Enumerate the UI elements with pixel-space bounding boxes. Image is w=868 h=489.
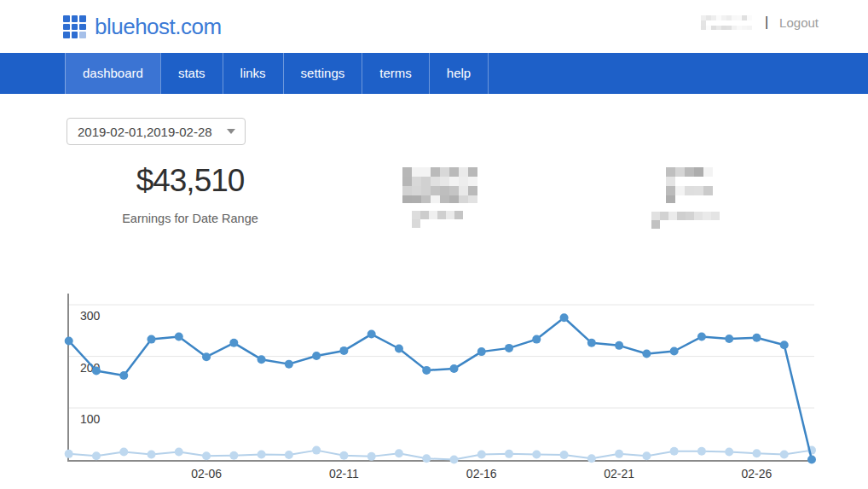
bluehost-logo[interactable]: bluehost.com — [63, 14, 222, 40]
main-nav: dashboardstatslinkssettingstermshelp — [0, 53, 868, 94]
tab-dashboard[interactable]: dashboard — [65, 53, 160, 94]
dark-blue-series-point-02-20 — [587, 339, 596, 347]
light-blue-series-point-02-10 — [312, 446, 321, 455]
light-blue-series-point-02-26 — [752, 449, 761, 457]
light-blue-series-point-02-16 — [477, 450, 486, 458]
light-blue-series-point-02-02 — [92, 451, 101, 460]
dark-blue-series-point-02-04 — [148, 335, 156, 344]
light-blue-series-point-02-07 — [229, 451, 238, 460]
tab-stats[interactable]: stats — [160, 53, 223, 94]
light-blue-series-point-02-01 — [65, 450, 73, 458]
header-separator: | — [765, 15, 768, 30]
tab-settings[interactable]: settings — [283, 53, 362, 94]
dark-blue-series-point-02-15 — [449, 364, 458, 373]
dark-blue-series-point-02-05 — [175, 333, 183, 341]
y-tick-label-300: 300 — [80, 309, 101, 323]
earnings-line-chart: 10020030002-0602-1102-1602-2102-26 — [0, 282, 868, 489]
earnings-value: $43,510 — [84, 163, 297, 199]
dark-blue-series-point-02-16 — [477, 347, 486, 356]
dark-blue-series-point-02-01 — [65, 336, 73, 345]
light-blue-series-point-02-13 — [395, 449, 403, 457]
bluehost-grid-icon — [63, 15, 86, 38]
light-blue-series-point-02-24 — [697, 447, 706, 456]
dark-blue-series-point-02-12 — [367, 330, 376, 339]
dark-blue-series-point-02-02 — [92, 366, 101, 375]
tab-terms[interactable]: terms — [362, 53, 429, 94]
stat2-value-redacted — [402, 167, 477, 203]
light-blue-series-point-02-04 — [148, 450, 156, 458]
dark-blue-series-point-02-22 — [642, 350, 651, 358]
light-blue-series-point-02-08 — [258, 450, 266, 458]
light-blue-series-point-02-15 — [449, 456, 458, 464]
light-blue-series-point-02-18 — [532, 450, 541, 458]
earnings-stat: $43,510 Earnings for Date Range — [84, 163, 297, 225]
dark-blue-series-point-02-28 — [807, 456, 816, 464]
x-tick-label-02-21: 02-21 — [604, 467, 634, 480]
dark-blue-series-point-02-08 — [258, 355, 266, 364]
nav-tabs: dashboardstatslinkssettingstermshelp — [65, 53, 868, 94]
dark-blue-series-point-02-26 — [752, 334, 761, 342]
date-range-value: 2019-02-01,2019-02-28 — [78, 125, 212, 139]
header-right: | Logout — [701, 15, 819, 30]
username-redacted — [701, 15, 754, 30]
chevron-down-icon — [227, 129, 235, 134]
light-blue-series-point-02-19 — [560, 451, 569, 459]
dark-blue-series-point-02-09 — [285, 360, 293, 369]
earnings-label: Earnings for Date Range — [84, 212, 297, 225]
dark-blue-series-point-02-21 — [615, 341, 623, 350]
light-blue-series-point-02-12 — [367, 452, 376, 461]
dark-blue-series-point-02-24 — [697, 333, 706, 341]
tab-help[interactable]: help — [429, 53, 489, 94]
dark-blue-series-point-02-19 — [560, 313, 569, 322]
light-blue-series-point-02-03 — [119, 447, 128, 456]
stat3-label-redacted — [651, 212, 723, 229]
x-tick-label-02-26: 02-26 — [742, 467, 773, 480]
light-blue-series-point-02-21 — [615, 450, 623, 458]
logo-text: bluehost.com — [95, 14, 222, 40]
x-tick-label-02-06: 02-06 — [191, 467, 222, 480]
light-blue-series-point-02-17 — [505, 450, 513, 458]
dark-blue-series-point-02-17 — [505, 344, 513, 352]
light-blue-series-point-02-23 — [670, 447, 679, 456]
dark-blue-series-point-02-06 — [202, 352, 211, 361]
light-blue-series-point-02-14 — [422, 454, 431, 463]
tab-links[interactable]: links — [223, 53, 283, 94]
light-blue-series-point-02-22 — [642, 451, 651, 460]
dark-blue-series-point-02-18 — [532, 335, 541, 344]
dark-blue-series-point-02-14 — [422, 366, 431, 375]
light-blue-series-point-02-25 — [725, 447, 733, 456]
dark-blue-series-point-02-11 — [339, 346, 348, 355]
light-blue-series-point-02-27 — [780, 450, 789, 458]
dark-blue-series-point-02-07 — [229, 339, 238, 347]
light-blue-series-point-02-09 — [285, 451, 293, 459]
dark-blue-series-point-02-13 — [395, 344, 403, 352]
light-blue-series-point-02-20 — [587, 454, 596, 463]
x-tick-label-02-16: 02-16 — [466, 467, 497, 480]
logout-link[interactable]: Logout — [779, 15, 819, 30]
dark-blue-series-point-02-10 — [312, 352, 321, 360]
stat3-value-redacted — [666, 167, 715, 203]
light-blue-series-point-02-06 — [202, 451, 211, 460]
dark-blue-series-point-02-25 — [725, 335, 733, 343]
light-blue-series-point-02-05 — [175, 447, 183, 456]
y-tick-label-100: 100 — [80, 412, 101, 426]
header: bluehost.com | Logout — [0, 0, 868, 53]
light-blue-series-point-02-11 — [339, 451, 348, 460]
dark-blue-series-point-02-27 — [780, 341, 789, 349]
date-range-dropdown[interactable]: 2019-02-01,2019-02-28 — [67, 118, 246, 145]
dark-blue-series-point-02-23 — [670, 347, 679, 356]
stat2-label-redacted — [412, 211, 469, 228]
x-tick-label-02-11: 02-11 — [329, 467, 359, 480]
dark-blue-series-point-02-03 — [119, 371, 128, 380]
